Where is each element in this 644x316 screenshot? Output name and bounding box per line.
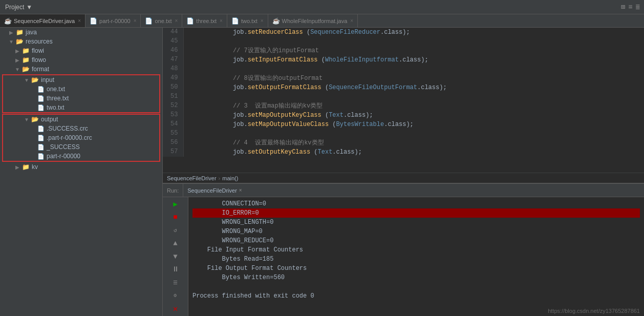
run-rerun-button[interactable]: ↺ — [170, 225, 181, 236]
file-icon-s: 📄 — [37, 144, 45, 151]
file-icon-pc: 📄 — [37, 135, 45, 141]
sidebar-item-success-crc[interactable]: 📄 .SUCCESS.crc — [3, 124, 159, 133]
code-row-47: 47 job.setInputFormatClass (WholeFileInp… — [163, 55, 644, 65]
tab-whole-file[interactable]: ☕ WholeFileInputformat.java × — [268, 14, 358, 27]
run-up-button[interactable]: ▲ — [170, 239, 181, 249]
arrow-java: ▶ — [8, 30, 14, 35]
arrow-s — [30, 144, 36, 150]
sidebar-item-output[interactable]: ▼ 📂 output — [3, 115, 159, 124]
console-line-4: WRONG_MAP=0 — [192, 228, 263, 235]
sidebar-item-java[interactable]: ▶ 📁 java — [0, 28, 162, 37]
console-line-3: WRONG_LENGTH=0 — [192, 219, 273, 226]
tree-label-one-txt: one.txt — [47, 86, 65, 93]
code-line-49: // 8设置输出的outputFormat — [183, 74, 644, 83]
run-down-button[interactable]: ▼ — [170, 251, 181, 262]
top-bar: Project ▼ ⊞ ≡ ≣ — [0, 0, 644, 14]
arrow-one — [30, 87, 36, 92]
code-line-54: job.setMapOutputValueClass (BytesWritabl… — [183, 120, 644, 129]
tab-close-5[interactable]: × — [350, 18, 353, 24]
settings-icon[interactable]: ≡ — [628, 3, 632, 11]
sidebar-item-three-txt[interactable]: 📄 three.txt — [3, 94, 159, 103]
console-line-highlighted: IO_ERROR=0 — [192, 208, 640, 218]
code-row-45: 45 — [163, 37, 644, 46]
structure-icon[interactable]: ≣ — [636, 3, 640, 11]
bc-sep: › — [219, 175, 221, 181]
tree-label-part-crc: .part-r-00000.crc — [47, 134, 92, 141]
tree-label-resources: resources — [26, 38, 53, 45]
folder-icon-java: 📁 — [16, 29, 24, 36]
run-settings-button[interactable]: ⚙ — [170, 291, 181, 301]
bc-method[interactable]: main() — [222, 175, 238, 181]
tree-label-kv: kv — [32, 163, 38, 171]
line-num-56: 56 — [163, 138, 183, 148]
code-row-52: 52 // 3 设置map输出端的kv类型 — [163, 101, 644, 111]
code-row-55: 55 — [163, 129, 644, 138]
sidebar-item-success[interactable]: 📄 _SUCCESS — [3, 142, 159, 152]
csdn-url: https://blog.csdn.net/zy13765287861 — [548, 308, 640, 314]
project-menu[interactable]: Project ▼ — [0, 0, 37, 14]
run-tab-close[interactable]: × — [239, 187, 242, 193]
code-line-52: // 3 设置map输出端的kv类型 — [183, 101, 644, 111]
sidebar-tree: ▶ 📁 java ▼ 📂 resources ▶ 📁 flowi ▶ 📁 flo… — [0, 28, 162, 316]
tab-close-3[interactable]: × — [220, 18, 223, 24]
tree-label-success: _SUCCESS — [47, 143, 80, 151]
file-icon-4: 📄 — [231, 17, 239, 25]
run-pause-button[interactable]: ⏸ — [170, 265, 181, 275]
run-play-button[interactable]: ▶ — [170, 199, 181, 209]
arrow-output: ▼ — [24, 117, 30, 122]
file-icon-sc: 📄 — [37, 125, 45, 132]
tab-sequence-file-driver[interactable]: ☕ SequenceFileDriver.java × — [0, 14, 85, 27]
tab-part-r[interactable]: 📄 part-r-00000 × — [85, 14, 141, 27]
top-icon-group: ⊞ ≡ ≣ — [617, 3, 644, 11]
console-line-10 — [192, 283, 196, 290]
code-row-50: 50 job.setOutputFormatClass (SequenceFil… — [163, 83, 644, 92]
tab-one-txt[interactable]: 📄 one.txt × — [141, 14, 182, 27]
line-num-49: 49 — [163, 74, 183, 83]
arrow-resources: ▼ — [8, 39, 14, 45]
run-label: Run: — [163, 184, 183, 197]
run-list-button[interactable]: ☰ — [170, 278, 181, 288]
code-line-53: job.setMapOutputKeyClass (Text.class); — [183, 111, 644, 120]
code-line-47: job.setInputFormatClass (WholeFileInputf… — [183, 55, 644, 65]
tab-close-4[interactable]: × — [261, 18, 264, 24]
sidebar-item-format[interactable]: ▼ 📂 format — [0, 65, 162, 74]
arrow-kv: ▶ — [14, 164, 20, 170]
folder-icon-format: 📂 — [22, 66, 30, 73]
tab-label-4: two.txt — [241, 18, 257, 24]
tab-close-2[interactable]: × — [175, 18, 178, 24]
code-line-56: // 4 设置最终输出端的kv类型 — [183, 138, 644, 148]
tab-three-txt[interactable]: 📄 three.txt × — [182, 14, 227, 27]
file-icon-two: 📄 — [37, 104, 45, 111]
console-line-8: File Output Format Counters — [192, 265, 307, 272]
file-icon-pr: 📄 — [37, 153, 45, 160]
sidebar-item-one-txt[interactable]: 📄 one.txt — [3, 85, 159, 94]
sidebar-item-kv[interactable]: ▶ 📁 kv — [0, 162, 162, 172]
sidebar-item-flowo[interactable]: ▶ 📁 flowo — [0, 55, 162, 65]
sidebar-item-resources[interactable]: ▼ 📂 resources — [0, 37, 162, 46]
code-editor[interactable]: 44 job.setReducerClass (SequenceFileRedu… — [163, 28, 644, 173]
run-tab-sequence[interactable]: SequenceFileDriver × — [183, 184, 246, 197]
line-num-51: 51 — [163, 92, 183, 101]
file-icon-one: 📄 — [37, 86, 45, 93]
sidebar-item-flowi[interactable]: ▶ 📁 flowi — [0, 46, 162, 55]
sidebar-item-input[interactable]: ▼ 📂 input — [3, 75, 159, 85]
run-tab-bar: Run: SequenceFileDriver × — [163, 184, 644, 197]
sync-icon[interactable]: ⊞ — [621, 3, 625, 11]
bc-class[interactable]: SequenceFileDriver — [167, 175, 217, 181]
sidebar-item-part-crc[interactable]: 📄 .part-r-00000.crc — [3, 133, 159, 142]
tab-close-1[interactable]: × — [134, 18, 137, 24]
sidebar-item-part-r[interactable]: 📄 part-r-00000 — [3, 152, 159, 161]
line-num-50: 50 — [163, 83, 183, 92]
tab-close-0[interactable]: × — [78, 18, 81, 24]
tree-label-success-crc: .SUCCESS.crc — [47, 125, 88, 132]
sidebar-item-two-txt[interactable]: 📄 two.txt — [3, 103, 159, 112]
run-stop-button[interactable]: ■ — [170, 213, 181, 223]
line-num-45: 45 — [163, 37, 183, 46]
run-close-button[interactable]: ✕ — [170, 304, 181, 314]
code-line-46: // 7设置输入的inputFormat — [183, 46, 644, 55]
tree-label-input: input — [41, 76, 54, 83]
tree-label-three-txt: three.txt — [47, 95, 69, 102]
tab-two-txt[interactable]: 📄 two.txt × — [227, 14, 268, 27]
output-group-outline: ▼ 📂 output 📄 .SUCCESS.crc 📄 .part-r-0000… — [2, 114, 160, 162]
tree-label-java: java — [26, 29, 37, 36]
